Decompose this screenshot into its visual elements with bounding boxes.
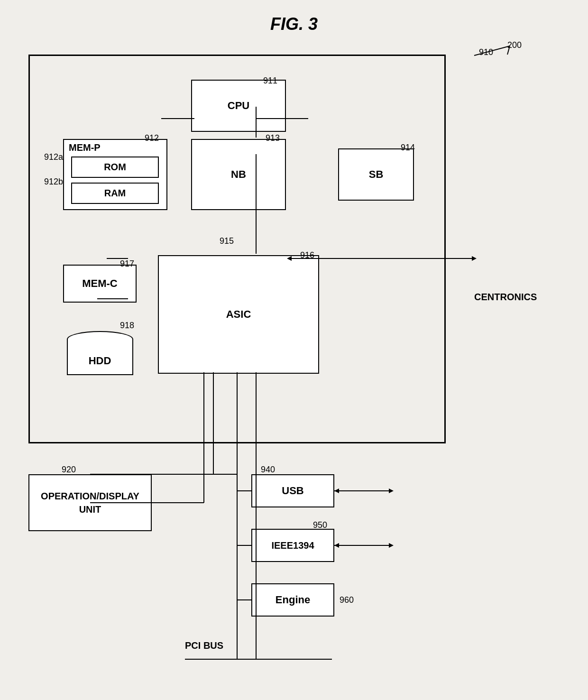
ref-940: 940 [261,465,275,475]
main-system-box: CPU 911 MEM-P ROM RAM 912 912a 912b NB 9… [28,55,446,443]
ref-915: 915 [220,236,234,246]
hdd-label: HDD [67,355,133,367]
ref-911: 911 [263,76,277,86]
svg-marker-24 [334,488,339,493]
ref-200: 200 [507,40,522,50]
memc-block: MEM-C [63,265,137,303]
pci-bus-label: PCI BUS [185,640,223,651]
ref-912: 912 [145,133,159,143]
op-display-block: OPERATION/DISPLAY UNIT [28,474,152,531]
nb-block: NB [191,139,286,210]
ref-920: 920 [62,465,76,475]
sb-block: SB [338,148,414,201]
ref-910: 910 [479,47,493,57]
memp-block: MEM-P ROM RAM [63,139,167,210]
svg-marker-26 [389,543,394,548]
engine-block: Engine [251,583,334,617]
cpu-block: CPU [191,80,286,132]
rom-block: ROM [71,157,159,178]
ref-960: 960 [340,595,354,605]
ref-950: 950 [313,520,327,530]
hdd-container: HDD [61,326,139,388]
ref-918: 918 [120,321,134,331]
ref-914: 914 [401,143,415,153]
svg-marker-27 [334,543,339,548]
hdd-cylinder: HDD [67,331,133,383]
diagram: FIG. 3 200 910 CPU 911 MEM-P ROM RAM 912… [0,0,588,700]
ieee-block: IEEE1394 [251,529,334,562]
ref-916: 916 [300,250,314,260]
svg-marker-23 [389,488,394,493]
ref-912b: 912b [44,177,63,187]
figure-title: FIG. 3 [270,14,318,34]
asic-block: ASIC [158,255,319,374]
ram-block: RAM [71,183,159,204]
centronics-label: CENTRONICS [474,292,537,303]
usb-block: USB [251,474,334,507]
svg-marker-9 [472,256,477,261]
ref-912a: 912a [44,152,63,162]
ref-913: 913 [266,133,280,143]
ref-917: 917 [120,259,134,269]
